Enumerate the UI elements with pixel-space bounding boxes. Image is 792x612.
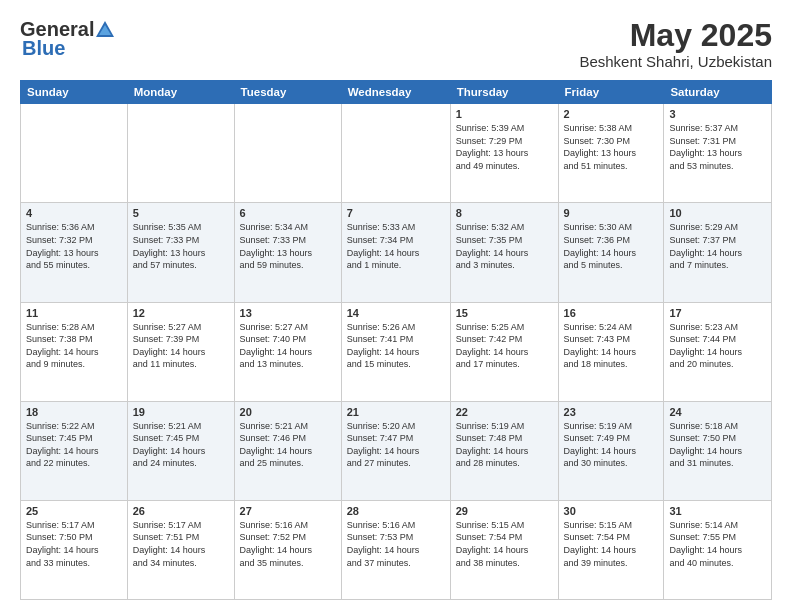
day-number: 31 — [669, 505, 766, 517]
col-header-wednesday: Wednesday — [341, 81, 450, 104]
day-info: Sunrise: 5:25 AM Sunset: 7:42 PM Dayligh… — [456, 321, 553, 371]
calendar-cell-1-6: 2Sunrise: 5:38 AM Sunset: 7:30 PM Daylig… — [558, 104, 664, 203]
calendar-cell-3-3: 13Sunrise: 5:27 AM Sunset: 7:40 PM Dayli… — [234, 302, 341, 401]
day-number: 19 — [133, 406, 229, 418]
day-number: 15 — [456, 307, 553, 319]
day-info: Sunrise: 5:17 AM Sunset: 7:50 PM Dayligh… — [26, 519, 122, 569]
calendar-cell-2-5: 8Sunrise: 5:32 AM Sunset: 7:35 PM Daylig… — [450, 203, 558, 302]
day-info: Sunrise: 5:38 AM Sunset: 7:30 PM Dayligh… — [564, 122, 659, 172]
calendar-cell-4-5: 22Sunrise: 5:19 AM Sunset: 7:48 PM Dayli… — [450, 401, 558, 500]
day-info: Sunrise: 5:19 AM Sunset: 7:49 PM Dayligh… — [564, 420, 659, 470]
calendar-cell-5-4: 28Sunrise: 5:16 AM Sunset: 7:53 PM Dayli… — [341, 500, 450, 599]
calendar-week-5: 25Sunrise: 5:17 AM Sunset: 7:50 PM Dayli… — [21, 500, 772, 599]
calendar-cell-4-7: 24Sunrise: 5:18 AM Sunset: 7:50 PM Dayli… — [664, 401, 772, 500]
day-number: 27 — [240, 505, 336, 517]
calendar-week-3: 11Sunrise: 5:28 AM Sunset: 7:38 PM Dayli… — [21, 302, 772, 401]
col-header-tuesday: Tuesday — [234, 81, 341, 104]
calendar-header-row: SundayMondayTuesdayWednesdayThursdayFrid… — [21, 81, 772, 104]
col-header-thursday: Thursday — [450, 81, 558, 104]
day-number: 10 — [669, 207, 766, 219]
calendar-cell-4-3: 20Sunrise: 5:21 AM Sunset: 7:46 PM Dayli… — [234, 401, 341, 500]
day-number: 5 — [133, 207, 229, 219]
day-info: Sunrise: 5:15 AM Sunset: 7:54 PM Dayligh… — [564, 519, 659, 569]
day-number: 29 — [456, 505, 553, 517]
day-number: 21 — [347, 406, 445, 418]
day-info: Sunrise: 5:27 AM Sunset: 7:39 PM Dayligh… — [133, 321, 229, 371]
day-number: 14 — [347, 307, 445, 319]
day-info: Sunrise: 5:23 AM Sunset: 7:44 PM Dayligh… — [669, 321, 766, 371]
month-title: May 2025 — [579, 18, 772, 53]
day-info: Sunrise: 5:34 AM Sunset: 7:33 PM Dayligh… — [240, 221, 336, 271]
day-number: 11 — [26, 307, 122, 319]
calendar-cell-5-3: 27Sunrise: 5:16 AM Sunset: 7:52 PM Dayli… — [234, 500, 341, 599]
col-header-monday: Monday — [127, 81, 234, 104]
day-number: 6 — [240, 207, 336, 219]
day-info: Sunrise: 5:22 AM Sunset: 7:45 PM Dayligh… — [26, 420, 122, 470]
day-number: 18 — [26, 406, 122, 418]
day-info: Sunrise: 5:32 AM Sunset: 7:35 PM Dayligh… — [456, 221, 553, 271]
day-number: 8 — [456, 207, 553, 219]
calendar-cell-1-1 — [21, 104, 128, 203]
calendar-table: SundayMondayTuesdayWednesdayThursdayFrid… — [20, 80, 772, 600]
day-number: 30 — [564, 505, 659, 517]
day-info: Sunrise: 5:39 AM Sunset: 7:29 PM Dayligh… — [456, 122, 553, 172]
location-title: Beshkent Shahri, Uzbekistan — [579, 53, 772, 70]
day-number: 24 — [669, 406, 766, 418]
calendar-cell-3-5: 15Sunrise: 5:25 AM Sunset: 7:42 PM Dayli… — [450, 302, 558, 401]
day-info: Sunrise: 5:16 AM Sunset: 7:52 PM Dayligh… — [240, 519, 336, 569]
calendar-cell-5-1: 25Sunrise: 5:17 AM Sunset: 7:50 PM Dayli… — [21, 500, 128, 599]
logo: General Blue — [20, 18, 116, 60]
calendar-cell-5-7: 31Sunrise: 5:14 AM Sunset: 7:55 PM Dayli… — [664, 500, 772, 599]
logo-icon — [94, 19, 116, 41]
col-header-friday: Friday — [558, 81, 664, 104]
day-info: Sunrise: 5:19 AM Sunset: 7:48 PM Dayligh… — [456, 420, 553, 470]
day-info: Sunrise: 5:33 AM Sunset: 7:34 PM Dayligh… — [347, 221, 445, 271]
day-number: 13 — [240, 307, 336, 319]
day-info: Sunrise: 5:20 AM Sunset: 7:47 PM Dayligh… — [347, 420, 445, 470]
day-info: Sunrise: 5:35 AM Sunset: 7:33 PM Dayligh… — [133, 221, 229, 271]
page: General Blue May 2025 Beshkent Shahri, U… — [0, 0, 792, 612]
calendar-week-2: 4Sunrise: 5:36 AM Sunset: 7:32 PM Daylig… — [21, 203, 772, 302]
calendar-cell-2-6: 9Sunrise: 5:30 AM Sunset: 7:36 PM Daylig… — [558, 203, 664, 302]
day-info: Sunrise: 5:21 AM Sunset: 7:46 PM Dayligh… — [240, 420, 336, 470]
calendar-cell-3-1: 11Sunrise: 5:28 AM Sunset: 7:38 PM Dayli… — [21, 302, 128, 401]
day-number: 23 — [564, 406, 659, 418]
day-info: Sunrise: 5:26 AM Sunset: 7:41 PM Dayligh… — [347, 321, 445, 371]
day-info: Sunrise: 5:24 AM Sunset: 7:43 PM Dayligh… — [564, 321, 659, 371]
day-info: Sunrise: 5:27 AM Sunset: 7:40 PM Dayligh… — [240, 321, 336, 371]
day-info: Sunrise: 5:14 AM Sunset: 7:55 PM Dayligh… — [669, 519, 766, 569]
day-info: Sunrise: 5:17 AM Sunset: 7:51 PM Dayligh… — [133, 519, 229, 569]
calendar-cell-5-5: 29Sunrise: 5:15 AM Sunset: 7:54 PM Dayli… — [450, 500, 558, 599]
calendar-cell-2-2: 5Sunrise: 5:35 AM Sunset: 7:33 PM Daylig… — [127, 203, 234, 302]
calendar-cell-1-5: 1Sunrise: 5:39 AM Sunset: 7:29 PM Daylig… — [450, 104, 558, 203]
calendar-cell-1-4 — [341, 104, 450, 203]
calendar-cell-2-3: 6Sunrise: 5:34 AM Sunset: 7:33 PM Daylig… — [234, 203, 341, 302]
calendar-week-4: 18Sunrise: 5:22 AM Sunset: 7:45 PM Dayli… — [21, 401, 772, 500]
calendar-cell-1-2 — [127, 104, 234, 203]
day-info: Sunrise: 5:21 AM Sunset: 7:45 PM Dayligh… — [133, 420, 229, 470]
calendar-cell-4-1: 18Sunrise: 5:22 AM Sunset: 7:45 PM Dayli… — [21, 401, 128, 500]
day-number: 16 — [564, 307, 659, 319]
day-info: Sunrise: 5:28 AM Sunset: 7:38 PM Dayligh… — [26, 321, 122, 371]
calendar-cell-5-6: 30Sunrise: 5:15 AM Sunset: 7:54 PM Dayli… — [558, 500, 664, 599]
day-info: Sunrise: 5:30 AM Sunset: 7:36 PM Dayligh… — [564, 221, 659, 271]
calendar-cell-4-2: 19Sunrise: 5:21 AM Sunset: 7:45 PM Dayli… — [127, 401, 234, 500]
day-number: 17 — [669, 307, 766, 319]
calendar-cell-3-7: 17Sunrise: 5:23 AM Sunset: 7:44 PM Dayli… — [664, 302, 772, 401]
calendar-week-1: 1Sunrise: 5:39 AM Sunset: 7:29 PM Daylig… — [21, 104, 772, 203]
title-block: May 2025 Beshkent Shahri, Uzbekistan — [579, 18, 772, 70]
day-number: 28 — [347, 505, 445, 517]
calendar-cell-4-4: 21Sunrise: 5:20 AM Sunset: 7:47 PM Dayli… — [341, 401, 450, 500]
header: General Blue May 2025 Beshkent Shahri, U… — [20, 18, 772, 70]
calendar-cell-3-2: 12Sunrise: 5:27 AM Sunset: 7:39 PM Dayli… — [127, 302, 234, 401]
day-number: 26 — [133, 505, 229, 517]
day-info: Sunrise: 5:36 AM Sunset: 7:32 PM Dayligh… — [26, 221, 122, 271]
day-number: 3 — [669, 108, 766, 120]
day-info: Sunrise: 5:16 AM Sunset: 7:53 PM Dayligh… — [347, 519, 445, 569]
day-number: 22 — [456, 406, 553, 418]
day-number: 4 — [26, 207, 122, 219]
day-info: Sunrise: 5:29 AM Sunset: 7:37 PM Dayligh… — [669, 221, 766, 271]
calendar-cell-2-4: 7Sunrise: 5:33 AM Sunset: 7:34 PM Daylig… — [341, 203, 450, 302]
calendar-cell-2-7: 10Sunrise: 5:29 AM Sunset: 7:37 PM Dayli… — [664, 203, 772, 302]
day-number: 20 — [240, 406, 336, 418]
